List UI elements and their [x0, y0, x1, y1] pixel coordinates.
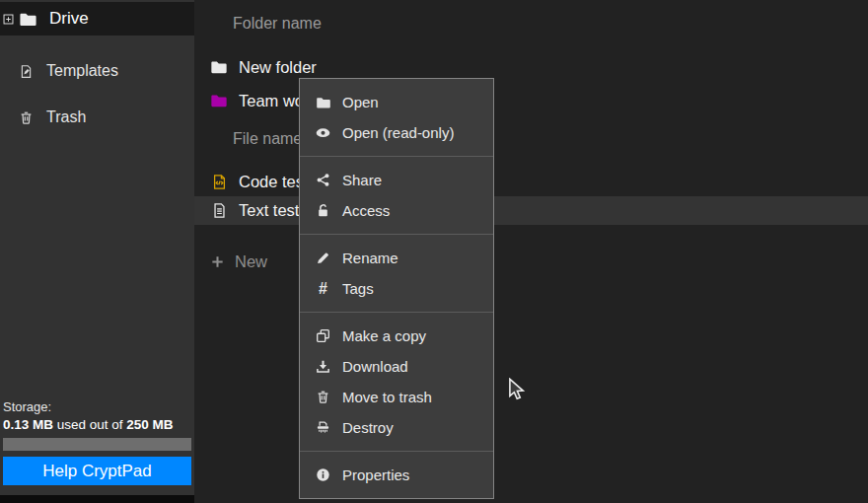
sidebar-item-label: Trash [46, 108, 86, 126]
text-file-icon [210, 202, 228, 219]
trash-icon [315, 390, 331, 404]
plus-icon [210, 254, 225, 269]
context-menu-group: Share Access [300, 156, 493, 234]
menu-item-label: Make a copy [342, 327, 426, 344]
new-button-label: New [235, 252, 267, 271]
download-icon [315, 359, 331, 374]
menu-item-open[interactable]: Open [300, 87, 493, 117]
tree-expand-icon[interactable] [2, 13, 15, 26]
template-icon [18, 64, 34, 79]
pencil-icon [315, 251, 331, 265]
sidebar-item-drive[interactable]: Drive [0, 2, 194, 36]
context-menu: Open Open (read-only) Share Access [299, 78, 494, 499]
menu-item-label: Properties [342, 467, 409, 483]
sidebar: Drive Templates Trash Storage: 0.13 MB u… [0, 0, 194, 503]
storage-total: 250 MB [126, 417, 173, 432]
folder-row-new-folder[interactable]: New folder [194, 54, 868, 80]
sidebar-item-templates[interactable]: Templates [0, 56, 194, 86]
sidebar-bottom-strip [0, 495, 194, 503]
menu-item-label: Move to trash [342, 389, 432, 405]
hashtag-icon: # [315, 281, 331, 297]
menu-item-properties[interactable]: Properties [300, 460, 493, 490]
info-icon [315, 467, 331, 482]
folder-name: Team wo [239, 92, 304, 110]
menu-item-label: Destroy [342, 419, 394, 436]
trash-icon [18, 110, 34, 125]
sidebar-item-label: Templates [46, 62, 118, 80]
folder-icon [315, 95, 331, 110]
menu-item-label: Open (read-only) [342, 124, 454, 141]
folder-name-header[interactable]: Folder name [194, 0, 868, 34]
storage-progress-bar [3, 438, 191, 451]
eye-icon [315, 124, 331, 141]
sidebar-item-trash[interactable]: Trash [0, 103, 194, 132]
menu-item-share[interactable]: Share [300, 165, 493, 195]
context-menu-group: Properties [300, 451, 493, 498]
folder-row-team[interactable]: Team wo [194, 88, 868, 113]
menu-item-open-readonly[interactable]: Open (read-only) [300, 117, 493, 148]
clone-icon [315, 328, 331, 343]
menu-item-label: Open [342, 94, 379, 110]
storage-usage-text: used out of [53, 417, 126, 432]
menu-item-download[interactable]: Download [300, 351, 493, 382]
file-row-text-test[interactable]: Text test [194, 196, 868, 225]
file-name-header[interactable]: File name [194, 129, 868, 149]
storage-usage: 0.13 MB used out of 250 MB [3, 417, 191, 433]
folder-name: New folder [239, 58, 317, 77]
file-row-code-test[interactable]: Code test [194, 169, 868, 194]
menu-item-make-a-copy[interactable]: Make a copy [300, 321, 493, 351]
unlock-icon [315, 203, 331, 218]
menu-item-destroy[interactable]: Destroy [300, 412, 493, 443]
menu-item-label: Rename [342, 250, 398, 266]
context-menu-group: Open Open (read-only) [300, 79, 493, 156]
storage-used: 0.13 MB [3, 417, 53, 432]
menu-item-label: Download [342, 358, 408, 375]
menu-item-label: Share [342, 172, 382, 188]
code-file-icon [210, 174, 228, 190]
share-icon [315, 173, 331, 187]
cryptpad-drive-app: Drive Templates Trash Storage: 0.13 MB u… [0, 0, 868, 503]
folder-icon [19, 10, 37, 29]
context-menu-group: Rename # Tags [300, 234, 493, 312]
new-button[interactable]: New [210, 252, 267, 271]
file-name: Text test [239, 201, 299, 220]
context-menu-group: Make a copy Download Move to trash Destr… [300, 312, 493, 451]
menu-item-rename[interactable]: Rename [300, 243, 493, 273]
menu-item-tags[interactable]: # Tags [300, 273, 493, 304]
menu-item-label: Access [342, 202, 390, 219]
menu-item-move-to-trash[interactable]: Move to trash [300, 382, 493, 412]
menu-item-label: Tags [342, 280, 374, 297]
storage-info: Storage: 0.13 MB used out of 250 MB Help… [0, 399, 194, 485]
storage-label: Storage: [3, 399, 191, 414]
folder-icon [210, 92, 228, 109]
folder-icon [210, 58, 228, 76]
help-cryptpad-button[interactable]: Help CryptPad [3, 457, 191, 485]
menu-item-access[interactable]: Access [300, 195, 493, 226]
shredder-icon [315, 420, 331, 435]
sidebar-item-label: Drive [49, 9, 89, 29]
drive-content: Folder name New folder Team wo File name… [194, 0, 868, 503]
